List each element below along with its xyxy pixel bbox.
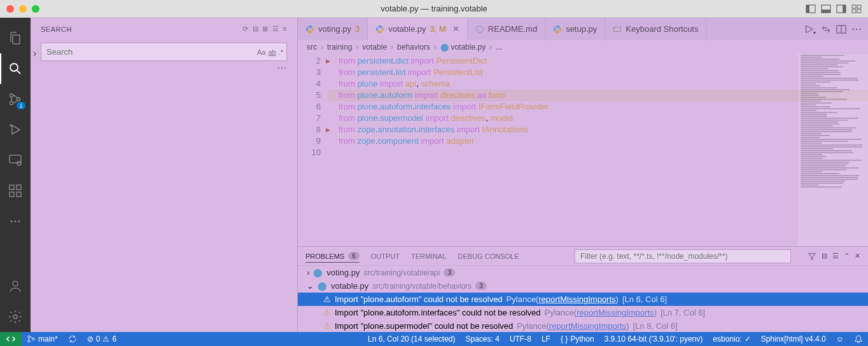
collapse-results-icon[interactable]: ☰ — [272, 25, 279, 33]
breadcrumb-segment[interactable]: training — [327, 43, 352, 52]
maximize-window[interactable] — [32, 5, 39, 13]
breadcrumb-segment[interactable]: behaviors — [397, 43, 430, 52]
cursor-position[interactable]: Ln 6, Col 20 (14 selected) — [363, 335, 460, 343]
remote-indicator[interactable] — [0, 332, 22, 346]
problem-file-row[interactable]: ⌄ ⬤ votable.py src/training/votable/beha… — [298, 279, 868, 293]
svg-point-25 — [18, 221, 20, 223]
problem-file-row[interactable]: › ⬤ voting.py src/training/votable/api 3 — [298, 266, 868, 279]
search-sidebar: SEARCH ⟳ ⊟ ⊞ ☰ ≡ › Aa ab .* ⋯ — [31, 18, 298, 332]
search-input[interactable] — [41, 43, 287, 61]
problem-item[interactable]: ⚠ Import "plone.autoform.interfaces" cou… — [298, 306, 868, 319]
customize-layout-icon[interactable] — [851, 4, 862, 14]
toggle-panel-left-icon[interactable] — [806, 4, 816, 14]
scm-activity[interactable]: 1 — [0, 84, 31, 114]
problems-filter-input[interactable] — [575, 249, 791, 263]
split-editor-icon[interactable] — [836, 24, 846, 34]
svg-point-26 — [13, 281, 18, 286]
window-title: votable.py — training.votable — [381, 4, 487, 13]
sphinx-status[interactable]: Sphinx[html] v4.4.0 — [756, 335, 831, 343]
compare-icon[interactable] — [821, 24, 831, 34]
code-editor[interactable]: 2▶345678▶910 from persistent.dict import… — [298, 54, 868, 246]
breadcrumb-segment[interactable]: ⬤ votable.py — [440, 43, 486, 52]
titlebar-layout-controls — [806, 4, 862, 14]
run-icon[interactable]: ▷▾ — [806, 22, 816, 36]
svg-point-35 — [32, 338, 35, 340]
tab-Keyboard-Shortcuts[interactable]: Keyboard Shortcuts — [605, 18, 706, 40]
match-case-icon[interactable]: Aa — [257, 48, 265, 56]
toggle-panel-right-icon[interactable] — [836, 4, 846, 14]
editor-tabs: voting.py 3votable.py 3, M✕iREADME.mdset… — [298, 18, 868, 40]
tab-votable-py[interactable]: votable.py 3, M✕ — [368, 18, 468, 40]
chevron-right-icon[interactable]: › — [33, 48, 36, 59]
filter-icon[interactable] — [808, 252, 816, 261]
panel: PROBLEMS 6 OUTPUT TERMINAL DEBUG CONSOLE… — [298, 246, 868, 332]
extensions-activity[interactable] — [0, 176, 31, 206]
warning-icon: ⚠ — [323, 308, 331, 317]
refresh-icon[interactable]: ⟳ — [242, 25, 249, 33]
tab-setup-py[interactable]: setup.py — [545, 18, 605, 40]
search-activity[interactable] — [0, 53, 31, 84]
remote-explorer-activity[interactable] — [0, 145, 31, 176]
problem-item[interactable]: ⚠ Import "plone.supermodel" could not be… — [298, 319, 868, 332]
close-icon[interactable]: ✕ — [452, 24, 459, 34]
breadcrumb[interactable]: src›training›votable›behaviors›⬤ votable… — [298, 40, 868, 54]
debug-activity[interactable] — [0, 114, 31, 145]
svg-marker-15 — [12, 125, 20, 134]
output-tab[interactable]: OUTPUT — [371, 253, 400, 260]
account-activity[interactable] — [0, 271, 31, 301]
titlebar: votable.py — training.votable — [0, 0, 868, 18]
collapse-all-icon[interactable]: ⊟ — [822, 252, 827, 261]
close-panel-icon[interactable]: ✕ — [855, 252, 860, 261]
sidebar-header: SEARCH ⟳ ⊟ ⊞ ☰ ≡ — [31, 18, 297, 40]
svg-point-14 — [17, 98, 20, 101]
breadcrumb-segment[interactable]: ... — [496, 43, 502, 52]
tab-label: Keyboard Shortcuts — [626, 24, 698, 34]
view-as-list-icon[interactable]: ☰ — [832, 252, 839, 261]
match-word-icon[interactable]: ab — [268, 48, 276, 56]
eol-status[interactable]: LF — [536, 335, 556, 343]
regex-icon[interactable]: .* — [279, 48, 283, 56]
problems-tab[interactable]: PROBLEMS 6 — [305, 252, 360, 263]
breadcrumb-segment[interactable]: votable — [362, 43, 387, 52]
feedback-icon[interactable]: ☺ — [831, 335, 849, 343]
encoding-status[interactable]: UTF-8 — [505, 335, 536, 343]
problem-item[interactable]: ⚠ Import "plone.autoform" could not be r… — [298, 293, 868, 306]
notifications-icon[interactable] — [849, 335, 868, 343]
chevron-up-icon[interactable]: ⌃ — [844, 252, 850, 261]
svg-rect-1 — [806, 5, 809, 13]
terminal-tab[interactable]: TERMINAL — [411, 253, 447, 260]
expand-results-icon[interactable]: ≡ — [283, 25, 287, 33]
svg-point-34 — [28, 340, 31, 343]
file-icon — [613, 25, 622, 34]
more-actions-icon[interactable]: ⋯ — [851, 23, 862, 35]
debug-console-tab[interactable]: DEBUG CONSOLE — [458, 253, 519, 260]
tab-badge: 3 — [355, 24, 360, 34]
minimize-window[interactable] — [19, 5, 27, 13]
indent-status[interactable]: Spaces: 4 — [461, 335, 505, 343]
new-search-editor-icon[interactable]: ⊞ — [262, 25, 269, 33]
toggle-search-details-icon[interactable]: ⋯ — [277, 62, 287, 74]
esbonio-status[interactable]: esbonio: ✓ — [708, 335, 755, 343]
toggle-panel-bottom-icon[interactable] — [821, 4, 831, 14]
warning-icon: ⚠ — [323, 294, 331, 304]
more-activity[interactable] — [0, 206, 31, 237]
close-window[interactable] — [6, 5, 14, 13]
python-interpreter[interactable]: 3.9.10 64-bit ('3.9.10': pyenv) — [599, 335, 708, 343]
explorer-activity[interactable] — [0, 23, 31, 53]
branch-status[interactable]: main* — [22, 335, 63, 343]
settings-activity[interactable] — [0, 301, 31, 332]
svg-rect-7 — [857, 5, 861, 8]
clear-search-icon[interactable]: ⊟ — [253, 25, 259, 33]
activity-bar: 1 — [0, 18, 31, 332]
editor-area: voting.py 3votable.py 3, M✕iREADME.mdset… — [298, 18, 868, 332]
svg-rect-20 — [10, 192, 14, 197]
tab-README-md[interactable]: iREADME.md — [468, 18, 545, 40]
sync-status[interactable] — [63, 335, 82, 343]
errors-warnings[interactable]: ⊘0 ⚠6 — [82, 335, 122, 343]
minimap[interactable] — [798, 54, 868, 246]
svg-rect-30 — [614, 27, 621, 31]
svg-rect-8 — [852, 10, 856, 13]
language-mode[interactable]: { }Python — [556, 335, 599, 343]
breadcrumb-segment[interactable]: src — [307, 43, 317, 52]
tab-voting-py[interactable]: voting.py 3 — [298, 18, 368, 40]
